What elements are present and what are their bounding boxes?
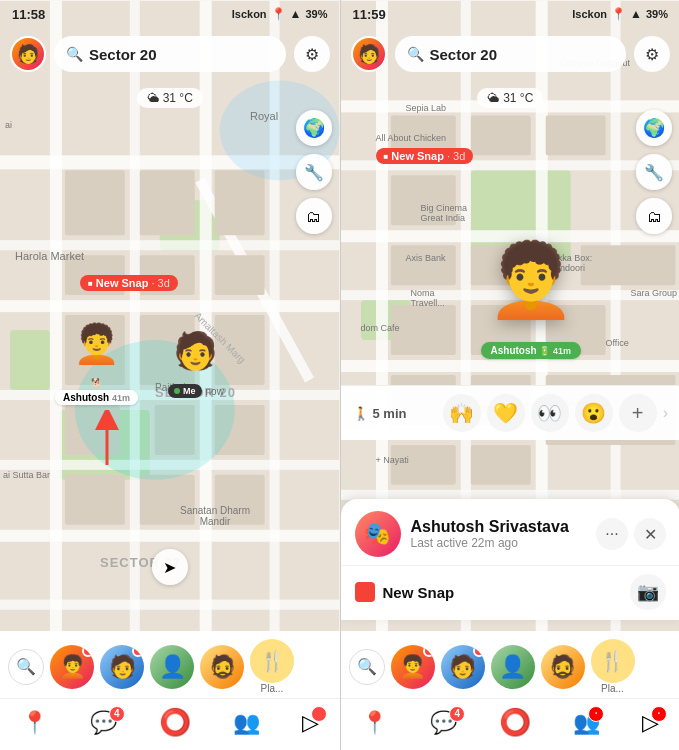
profile-header: 🎭 Ashutosh Srivastava Last active 22m ag… <box>341 499 680 557</box>
svg-rect-51 <box>545 115 605 155</box>
right-avatar-dot-1 <box>423 645 435 657</box>
right-temperature: 31 °C <box>503 91 533 105</box>
place-icon: 🍴 <box>250 639 294 683</box>
weather-icon: 🌥 <box>147 91 159 105</box>
right-bottom-bar: 🔍 🧑‍🦱 🧑 👤 🧔 🍴 Pla... 📍 <box>341 631 680 750</box>
right-map-label-cinema: Big CinemaGreat India <box>421 203 468 223</box>
more-reactions-icon: › <box>663 404 668 422</box>
reaction-heart[interactable]: 💛 <box>487 394 525 432</box>
right-nav-chat[interactable]: 💬 4 <box>430 710 457 736</box>
me-time: now <box>206 386 224 397</box>
reaction-add-button[interactable]: + <box>619 394 657 432</box>
svg-rect-42 <box>341 360 680 372</box>
right-strip-avatar-4[interactable]: 🧔 <box>541 645 585 689</box>
reaction-surprised[interactable]: 😮 <box>575 394 613 432</box>
settings-button[interactable]: ⚙ <box>294 36 330 72</box>
right-strip-search-button[interactable]: 🔍 <box>349 649 385 685</box>
right-nav-icons-row: 📍 💬 4 ⭕ 👥 · ▷ · <box>341 699 680 750</box>
right-nav-camera[interactable]: ⭕ <box>499 707 531 738</box>
nav-stories[interactable]: ▷ <box>302 710 319 736</box>
reaction-eyes[interactable]: 👀 <box>531 394 569 432</box>
layers-button[interactable]: 🗂 <box>296 198 332 234</box>
right-strip-avatar-3[interactable]: 👤 <box>491 645 535 689</box>
me-badge: Me <box>168 384 202 398</box>
wifi-icon: ▲ <box>290 7 302 21</box>
right-settings-button[interactable]: ⚙ <box>634 36 670 72</box>
snap-left: New Snap <box>355 582 455 602</box>
nav-camera[interactable]: ⭕ <box>159 707 191 738</box>
ashutosh-avatar-map[interactable]: 🧑‍🦱 🐕 Ashutosh 41m <box>55 310 138 405</box>
right-tool-buttons: 🌍 🔧 🗂 <box>636 110 672 234</box>
profile-info: Ashutosh Srivastava Last active 22m ago <box>411 518 587 550</box>
right-nav-stories[interactable]: ▷ · <box>642 710 659 736</box>
svg-rect-16 <box>65 170 125 235</box>
walk-icon: 🚶 <box>353 406 369 421</box>
strip-search-button[interactable]: 🔍 <box>8 649 44 685</box>
tool-buttons: 🌍 🔧 🗂 <box>296 110 332 234</box>
me-label: Me <box>183 386 196 396</box>
right-map-label-sara: Sara Group <box>631 288 678 298</box>
search-bar[interactable]: 🔍 Sector 20 <box>54 36 286 72</box>
close-profile-button[interactable]: ✕ <box>634 518 666 550</box>
right-globe-button[interactable]: 🌍 <box>636 110 672 146</box>
right-strip-avatar-1[interactable]: 🧑‍🦱 <box>391 645 435 689</box>
reaction-walk-bar: 🚶 5 min 🙌 💛 👀 😮 + › <box>341 385 680 440</box>
reaction-wave[interactable]: 🙌 <box>443 394 481 432</box>
strip-avatar-3[interactable]: 👤 <box>150 645 194 689</box>
right-ashutosh-avatar-map[interactable]: 🧑‍🦱 Ashutosh 🔋 41m <box>481 220 581 359</box>
right-wrench-button[interactable]: 🔧 <box>636 154 672 190</box>
right-layers-button[interactable]: 🗂 <box>636 198 672 234</box>
compass-button[interactable]: ➤ <box>152 549 188 585</box>
top-nav: 🧑 🔍 Sector 20 ⚙ <box>0 28 340 80</box>
right-new-snap-badge[interactable]: New Snap · 3d <box>376 148 474 164</box>
right-weather-badge: 🌥 31 °C <box>477 88 543 108</box>
right-user-avatar[interactable]: 🧑 <box>351 36 387 72</box>
ashutosh-name: Ashutosh <box>63 392 109 403</box>
globe-button[interactable]: 🌍 <box>296 110 332 146</box>
svg-rect-55 <box>580 245 675 285</box>
right-home-icon: 📍 <box>361 710 388 736</box>
snap-label[interactable]: New Snap <box>383 584 455 601</box>
strip-avatar-1[interactable]: 🧑‍🦱 <box>50 645 94 689</box>
profile-last-active: Last active 22m ago <box>411 536 587 550</box>
temperature: 31 °C <box>163 91 193 105</box>
camera-icon: ⭕ <box>159 707 191 738</box>
svg-rect-50 <box>470 115 530 155</box>
walk-time: 🚶 5 min <box>353 406 407 421</box>
svg-rect-17 <box>140 170 195 235</box>
strip-avatar-4[interactable]: 🧔 <box>200 645 244 689</box>
place-item[interactable]: 🍴 Pla... <box>250 639 294 694</box>
nav-home[interactable]: 📍 <box>21 710 48 736</box>
search-icon: 🔍 <box>66 46 83 62</box>
chat-badge: 4 <box>109 706 125 722</box>
more-options-button[interactable]: ··· <box>596 518 628 550</box>
ashutosh-distance: 41m <box>112 393 130 403</box>
place-label: Pla... <box>261 683 284 694</box>
new-snap-badge[interactable]: New Snap · 3d <box>80 275 178 291</box>
wrench-button[interactable]: 🔧 <box>296 154 332 190</box>
svg-rect-53 <box>390 245 455 285</box>
me-avatar-map[interactable]: 🧑 Me now <box>168 320 224 398</box>
right-search-bar[interactable]: 🔍 Sector 20 <box>395 36 627 72</box>
walk-duration: 5 min <box>373 406 407 421</box>
right-map-label-sepia: Sepia Lab <box>406 103 447 113</box>
profile-avatar[interactable]: 🎭 <box>355 511 401 557</box>
strip-avatar-2[interactable]: 🧑 <box>100 645 144 689</box>
right-camera-icon: ⭕ <box>499 707 531 738</box>
nav-icons-row: 📍 💬 4 ⭕ 👥 ▷ <box>0 699 340 750</box>
red-arrow <box>95 410 119 474</box>
profile-name: Ashutosh Srivastava <box>411 518 587 536</box>
user-avatar[interactable]: 🧑 <box>10 36 46 72</box>
profile-card: 🎭 Ashutosh Srivastava Last active 22m ag… <box>341 499 680 620</box>
right-strip-avatar-2[interactable]: 🧑 <box>441 645 485 689</box>
camera-button[interactable]: 📷 <box>630 574 666 610</box>
nav-friends[interactable]: 👥 <box>233 710 260 736</box>
right-weather-icon: 🌥 <box>487 91 499 105</box>
right-place-item[interactable]: 🍴 Pla... <box>591 639 635 694</box>
right-nav-home[interactable]: 📍 <box>361 710 388 736</box>
nav-chat[interactable]: 💬 4 <box>90 710 117 736</box>
location-icon: 📍 <box>271 7 286 21</box>
right-carrier: Isckon <box>572 8 607 20</box>
carrier-text: Isckon <box>232 8 267 20</box>
right-nav-friends[interactable]: 👥 · <box>573 710 600 736</box>
